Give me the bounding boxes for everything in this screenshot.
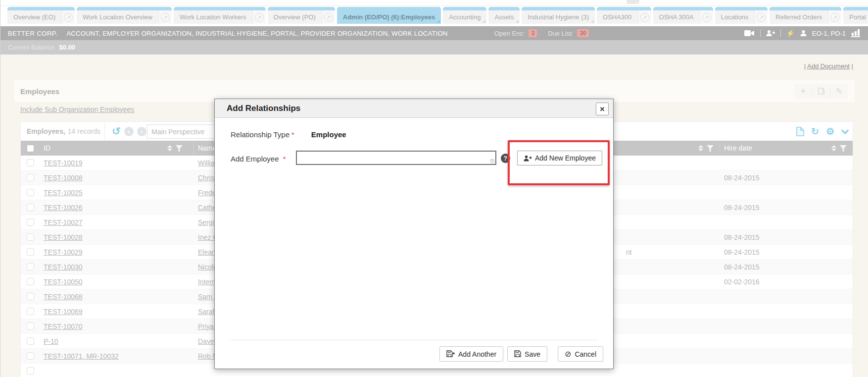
add-new-employee-button[interactable]: Add New Employee <box>517 151 602 165</box>
add-another-button[interactable]: Add Another <box>439 346 503 362</box>
add-employee-label: Add Employee <box>231 155 279 163</box>
save-button[interactable]: Save <box>507 346 547 362</box>
save-plus-icon <box>446 350 455 358</box>
help-icon[interactable]: ? <box>501 154 510 163</box>
add-employee-label-wrap: Add Employee * <box>231 155 286 163</box>
save-icon <box>514 350 521 358</box>
app-screen: Overview (EO)↗Work Location Overview↗Wor… <box>0 0 868 377</box>
required-asterisk: * <box>291 130 294 139</box>
modal-header[interactable]: Add Relationships ✕ <box>215 99 613 118</box>
save-label: Save <box>525 350 540 358</box>
modal-title: Add Relationships <box>227 104 300 113</box>
add-new-employee-label: Add New Employee <box>535 154 596 162</box>
relationship-type-label: Relationship Type <box>231 130 289 139</box>
add-employee-input[interactable] <box>296 151 496 165</box>
modal-footer: Add Another Save ⊘ Cancel <box>215 346 613 362</box>
add-person-icon <box>524 155 532 162</box>
cancel-label: Cancel <box>575 350 596 358</box>
add-relationships-modal: Add Relationships ✕ Relationship Type * … <box>214 99 614 369</box>
cancel-slash-icon: ⊘ <box>565 350 571 358</box>
relationship-type-value: Employee <box>311 130 346 139</box>
close-icon[interactable]: ✕ <box>596 103 609 115</box>
cancel-button[interactable]: ⊘ Cancel <box>558 346 603 362</box>
footer-divider <box>230 340 598 340</box>
relationship-type-row: Relationship Type * Employee <box>231 130 346 139</box>
required-asterisk: * <box>283 155 286 163</box>
add-another-label: Add Another <box>458 350 496 358</box>
